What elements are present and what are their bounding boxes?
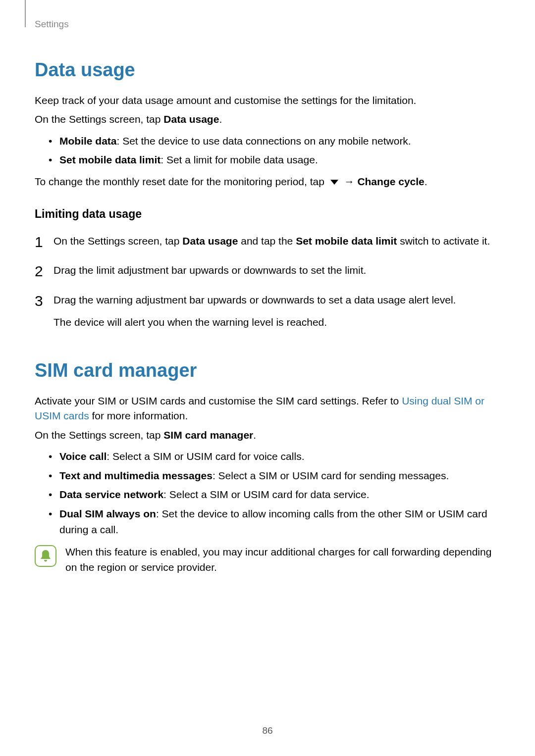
bullet-rest: : Select a SIM or USIM card for voice ca… [107,451,304,462]
step-body: Drag the limit adjustment bar upwards or… [54,262,500,278]
bold-change-cycle: Change cycle [357,176,424,187]
list-item: Voice call: Select a SIM or USIM card fo… [49,449,500,465]
list-item: Text and multimedia messages: Select a S… [49,468,500,484]
data-usage-intro-2: On the Settings screen, tap Data usage. [35,112,500,127]
text-fragment: Activate your SIM or USIM cards and cust… [35,395,402,406]
sim-bullets: Voice call: Select a SIM or USIM card fo… [49,449,500,538]
list-item: Data service network: Select a SIM or US… [49,487,500,503]
text-fragment: . [219,113,222,125]
list-item: Mobile data: Set the device to use data … [49,133,500,150]
bullet-bold: Text and multimedia messages [59,470,213,481]
list-item: Dual SIM always on: Set the device to al… [49,506,500,538]
bell-note-icon [35,545,56,567]
bullet-bold: Dual SIM always on [59,508,156,519]
bullet-rest: : Select a SIM or USIM card for data ser… [163,489,369,500]
bold-sim-manager: SIM card manager [163,429,253,441]
text-fragment: . [425,176,428,187]
bullet-rest: : Set a limit for mobile data usage. [160,154,318,165]
bullet-rest: : Select a SIM or USIM card for sending … [213,470,449,481]
text-fragment: On the Settings screen, tap [35,429,163,441]
step-3: 3 Drag the warning adjustment bar upward… [35,292,500,330]
text-fragment: On the Settings screen, tap [54,235,182,247]
bold-text: Set mobile data limit [296,235,397,247]
limiting-steps: 1 On the Settings screen, tap Data usage… [35,233,500,330]
bullet-bold: Voice call [59,451,107,462]
note-text: When this feature is enabled, you may in… [65,544,500,575]
header-rule [25,0,26,27]
bullet-rest: : Set the device to use data connections… [117,135,411,147]
bullet-bold: Data service network [59,489,163,500]
section-title-sim: SIM card manager [35,360,500,381]
svg-marker-0 [330,180,338,185]
breadcrumb: Settings [35,15,500,30]
list-item: Set mobile data limit: Set a limit for m… [49,152,500,168]
bullet-bold: Set mobile data limit [59,154,160,165]
step-body: On the Settings screen, tap Data usage a… [54,233,500,249]
bold-data-usage: Data usage [163,113,219,125]
sim-intro: Activate your SIM or USIM cards and cust… [35,394,500,424]
text-fragment: . [253,429,256,441]
data-usage-intro-1: Keep track of your data usage amount and… [35,93,500,108]
step-2: 2 Drag the limit adjustment bar upwards … [35,262,500,278]
bullet-bold: Mobile data [59,135,117,147]
text-fragment: for more information. [89,410,188,421]
data-usage-bullets: Mobile data: Set the device to use data … [49,133,500,168]
text-fragment: and tap the [238,235,296,247]
bold-text: Data usage [182,235,238,247]
subsection-title-limiting: Limiting data usage [35,207,500,221]
step-number: 3 [35,290,43,312]
page-number: 86 [0,725,535,736]
text-fragment: switch to activate it. [397,235,490,247]
step-text: Drag the warning adjustment bar upwards … [54,292,500,308]
sim-line2: On the Settings screen, tap SIM card man… [35,428,500,443]
step-number: 2 [35,260,43,282]
text-fragment: On the Settings screen, tap [35,113,163,125]
dropdown-triangle-icon [329,175,339,190]
note-block: When this feature is enabled, you may in… [35,544,500,575]
arrow-text: → [344,176,355,187]
text-fragment: To change the monthly reset date for the… [35,176,327,187]
step-1: 1 On the Settings screen, tap Data usage… [35,233,500,249]
step-body: Drag the warning adjustment bar upwards … [54,292,500,330]
section-title-data-usage: Data usage [35,59,500,81]
step-subtext: The device will alert you when the warni… [54,314,500,330]
page-content: Settings Data usage Keep track of your d… [0,0,535,575]
change-cycle-line: To change the monthly reset date for the… [35,174,500,190]
step-number: 1 [35,231,43,253]
